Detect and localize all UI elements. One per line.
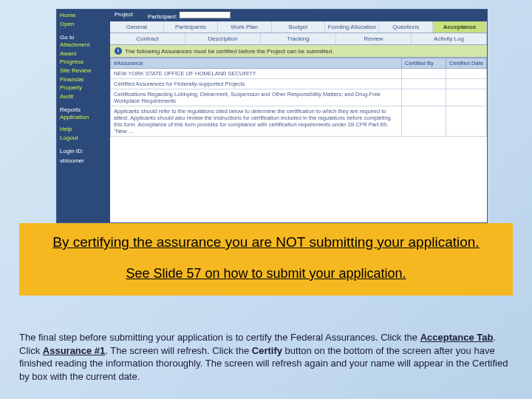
callout-line-1: By certifying the assurance you are NOT … <box>34 233 498 252</box>
participant-label: Participant: <box>148 11 231 20</box>
col-assurance: #Assurance <box>111 58 402 69</box>
table-row: Certifications Regarding Lobbying; Debar… <box>111 89 487 106</box>
tab-tracking[interactable]: Tracking <box>261 33 336 44</box>
tabs-row-1: General Participants Work Plan Budget Fu… <box>110 21 487 33</box>
app-window: Home Open Go to Attachment Award Progres… <box>56 9 488 223</box>
col-certified-by: Certified By <box>402 58 446 69</box>
tab-funding-allocation[interactable]: Funding Allocation <box>325 21 379 33</box>
content-area: Project Participant: General Participant… <box>110 10 487 222</box>
table-row: NEW YORK STATE OFFICE OF HOMELAND SECURI… <box>111 69 487 79</box>
col-certified-date: Certified Date <box>446 58 487 69</box>
tab-work-plan[interactable]: Work Plan <box>218 21 272 33</box>
sidebar-item-attachment[interactable]: Attachment <box>60 41 107 50</box>
header-row: Project Participant: <box>110 10 487 21</box>
callout-box: By certifying the assurance you are NOT … <box>19 223 513 296</box>
sidebar-goto-label: Go to <box>60 31 107 41</box>
sidebar-item-award[interactable]: Award <box>60 50 107 58</box>
tab-budget[interactable]: Budget <box>272 21 326 33</box>
project-label: Project <box>115 11 133 20</box>
tab-participants[interactable]: Participants <box>164 21 218 33</box>
tab-description[interactable]: Description <box>185 33 261 44</box>
assurance-link-1[interactable]: NEW YORK STATE OFFICE OF HOMELAND SECURI… <box>114 70 256 77</box>
tab-general[interactable]: General <box>110 21 164 33</box>
tab-questions[interactable]: Questions <box>379 21 433 33</box>
acceptance-tab-ref: Acceptance Tab <box>420 332 494 343</box>
sidebar-item-site-review[interactable]: Site Review <box>60 66 107 75</box>
tab-contract[interactable]: Contract <box>110 33 185 44</box>
tabs-row-2: Contract Description Tracking Review Act… <box>110 33 487 45</box>
sidebar-item-home[interactable]: Home <box>60 11 107 20</box>
login-id-value: vbloomer <box>60 154 107 164</box>
assurance-table: #Assurance Certified By Certified Date N… <box>110 58 487 137</box>
table-row: Certified Assurances for Federally-suppo… <box>111 79 487 89</box>
table-row: Applicants should refer to the regulatio… <box>111 106 487 137</box>
login-id-label: Login ID: <box>60 145 107 154</box>
sidebar-item-logout[interactable]: Logout <box>60 134 107 143</box>
tab-review[interactable]: Review <box>336 33 412 44</box>
assurance-link-3[interactable]: Certifications Regarding Lobbying; Debar… <box>114 91 381 104</box>
sidebar-item-audit[interactable]: Audit <box>60 92 107 101</box>
assurance-link-2[interactable]: Certified Assurances for Federally-suppo… <box>114 81 245 87</box>
sidebar: Home Open Go to Attachment Award Progres… <box>57 10 110 222</box>
assurance-link-4[interactable]: Applicants should refer to the regulatio… <box>114 108 391 134</box>
certify-ref: Certify <box>252 345 282 356</box>
notice-bar: i The following Assurances must be certi… <box>110 45 487 58</box>
sidebar-item-application[interactable]: Application <box>60 113 107 122</box>
sidebar-item-financial[interactable]: Financial <box>60 75 107 84</box>
sidebar-item-open[interactable]: Open <box>60 20 107 29</box>
notice-text: The following Assurances must be certifi… <box>125 48 333 55</box>
assurance-1-ref: Assurance #1 <box>43 345 106 356</box>
info-icon: i <box>115 47 122 55</box>
instructions-text: The final step before submitting your ap… <box>19 331 513 383</box>
tab-acceptance[interactable]: Acceptance <box>433 21 487 33</box>
sidebar-item-help[interactable]: Help <box>60 125 107 134</box>
sidebar-reports-label: Reports <box>60 103 107 113</box>
callout-line-2: See Slide 57 on how to submit your appli… <box>34 265 498 282</box>
sidebar-item-property[interactable]: Property <box>60 83 107 92</box>
participant-input[interactable] <box>179 11 231 18</box>
sidebar-item-progress[interactable]: Progress <box>60 58 107 66</box>
tab-activity-log[interactable]: Activity Log <box>412 33 487 44</box>
